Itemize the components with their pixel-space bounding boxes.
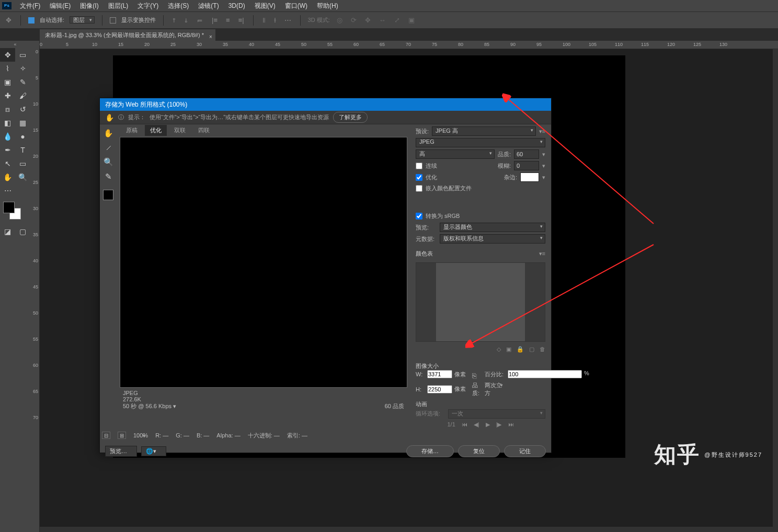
pen-tool-icon[interactable]: ✒ bbox=[0, 143, 15, 157]
heal-tool-icon[interactable]: ✚ bbox=[0, 89, 15, 102]
quality-slider-icon[interactable]: ▾ bbox=[542, 151, 545, 158]
menu-type[interactable]: 文字(Y) bbox=[133, 1, 163, 11]
format-dropdown[interactable]: JPEG bbox=[416, 138, 545, 147]
color-table-grid[interactable] bbox=[436, 263, 525, 341]
hand-icon[interactable]: ✋ bbox=[105, 113, 114, 122]
align-bottom-icon[interactable]: ⫭ bbox=[195, 16, 205, 24]
dialog-titlebar[interactable]: 存储为 Web 所用格式 (100%) bbox=[100, 98, 551, 111]
next-frame-icon[interactable]: |▶ bbox=[495, 421, 504, 429]
menu-file[interactable]: 文件(F) bbox=[16, 1, 44, 11]
menu-layer[interactable]: 图层(L) bbox=[104, 1, 133, 11]
metadata-dropdown[interactable]: 版权和联系信息 bbox=[440, 234, 545, 244]
menu-view[interactable]: 视图(V) bbox=[250, 1, 280, 11]
height-input[interactable] bbox=[427, 385, 452, 394]
stamp-tool-icon[interactable]: ⧈ bbox=[0, 102, 15, 116]
move-tool-icon[interactable]: ✥ bbox=[4, 16, 13, 24]
toolbox-collapse-icon[interactable]: « bbox=[0, 41, 30, 48]
pan-icon[interactable]: ✥ bbox=[363, 16, 372, 24]
menu-image[interactable]: 图像(I) bbox=[76, 1, 102, 11]
distribute-h-icon[interactable]: ⫲ bbox=[272, 16, 278, 25]
ct-lock-icon[interactable]: 🔒 bbox=[517, 346, 524, 353]
browser-preview-icon[interactable]: 🌐▾ bbox=[141, 446, 166, 456]
optimize-check[interactable] bbox=[416, 174, 422, 181]
matte-dropdown-icon[interactable]: ▾ bbox=[542, 174, 545, 181]
meta-time[interactable]: 50 秒 @ 56.6 Kbps ▾ bbox=[123, 402, 176, 410]
ct-new-icon[interactable]: ▢ bbox=[529, 346, 534, 353]
dodge-tool-icon[interactable]: ● bbox=[15, 130, 30, 143]
tab-4up[interactable]: 四联 bbox=[193, 125, 215, 136]
slice-tool-icon[interactable]: ⟋ bbox=[105, 143, 112, 152]
quickmask-icon[interactable]: ◪ bbox=[0, 225, 15, 238]
preview-button[interactable]: 预览… bbox=[105, 446, 137, 457]
zoom-tool-icon[interactable]: 🔍 bbox=[15, 170, 30, 184]
align-right-icon[interactable]: ≡| bbox=[237, 16, 246, 24]
ct-trash-icon[interactable]: 🗑 bbox=[540, 346, 545, 353]
srgb-check[interactable] bbox=[416, 213, 422, 219]
quality-input[interactable] bbox=[514, 149, 539, 159]
type-tool-icon[interactable]: T bbox=[15, 143, 30, 157]
align-vcenter-icon[interactable]: ⫰ bbox=[183, 16, 190, 24]
history-brush-icon[interactable]: ↺ bbox=[15, 102, 30, 116]
zoom-in-icon[interactable]: ⊞ bbox=[118, 432, 126, 439]
eraser-tool-icon[interactable]: ◧ bbox=[0, 116, 15, 130]
document-tab[interactable]: 未标题-1.jpg @ 33.3% (全网最详细最全面最系统的, RGB/8#)… bbox=[40, 29, 215, 41]
move-tool-icon[interactable]: ✥ bbox=[0, 48, 15, 62]
eyedropper-tool-icon[interactable]: ✎ bbox=[15, 75, 30, 89]
auto-select-check[interactable] bbox=[28, 17, 35, 24]
preview-image[interactable] bbox=[120, 137, 407, 388]
first-frame-icon[interactable]: ⏮ bbox=[460, 421, 469, 429]
preset-dropdown[interactable]: JPEG 高 bbox=[432, 126, 536, 136]
menu-edit[interactable]: 编辑(E) bbox=[45, 1, 75, 11]
learn-more-button[interactable]: 了解更多 bbox=[333, 112, 368, 123]
marquee-tool-icon[interactable]: ▭ bbox=[15, 48, 30, 62]
color-swatches[interactable] bbox=[0, 201, 30, 222]
preset-menu-icon[interactable]: ▾≡ bbox=[539, 128, 545, 135]
blur-slider-icon[interactable]: ▾ bbox=[542, 163, 545, 169]
zoom-tool-icon[interactable]: 🔍 bbox=[104, 157, 113, 167]
matte-swatch[interactable] bbox=[520, 172, 539, 182]
colortable-menu-icon[interactable]: ▾≡ bbox=[539, 250, 545, 257]
distribute-3-icon[interactable]: ⋯ bbox=[283, 16, 293, 24]
foreground-swatch[interactable] bbox=[3, 202, 15, 213]
menu-window[interactable]: 窗口(W) bbox=[281, 1, 312, 11]
wand-tool-icon[interactable]: ✧ bbox=[15, 62, 30, 75]
shape-tool-icon[interactable]: ▭ bbox=[15, 157, 30, 170]
percent-input[interactable] bbox=[508, 370, 582, 378]
hand-tool-icon[interactable]: ✋ bbox=[104, 129, 113, 138]
ct-shift-icon[interactable]: ▣ bbox=[506, 346, 511, 353]
sampled-color-swatch[interactable] bbox=[103, 190, 113, 200]
menu-filter[interactable]: 滤镜(T) bbox=[194, 1, 223, 11]
save-button[interactable]: 存储… bbox=[406, 445, 454, 457]
menu-help[interactable]: 帮助(H) bbox=[313, 1, 342, 11]
blur-input[interactable] bbox=[514, 161, 539, 170]
preview-dropdown[interactable]: 显示器颜色 bbox=[440, 223, 545, 232]
embed-profile-check[interactable] bbox=[416, 185, 422, 192]
menu-select[interactable]: 选择(S) bbox=[164, 1, 193, 11]
orbit-icon[interactable]: ◎ bbox=[335, 16, 344, 24]
show-transform-check[interactable] bbox=[110, 17, 116, 24]
remember-button[interactable]: 记住 bbox=[504, 445, 546, 457]
progressive-check[interactable] bbox=[416, 163, 422, 169]
align-top-icon[interactable]: ⫯ bbox=[171, 16, 178, 24]
align-hcenter-icon[interactable]: ≡ bbox=[224, 16, 232, 24]
last-frame-icon[interactable]: ⏭ bbox=[507, 421, 516, 429]
ct-diamond-icon[interactable]: ◇ bbox=[497, 346, 501, 353]
hand-tool-icon[interactable]: ✋ bbox=[0, 170, 15, 184]
quality-level-dropdown[interactable]: 高 bbox=[416, 149, 495, 159]
path-tool-icon[interactable]: ↖ bbox=[0, 157, 15, 170]
resample-dropdown[interactable]: 两次立方 bbox=[485, 382, 502, 396]
slide-icon[interactable]: ↔ bbox=[377, 16, 387, 24]
prev-frame-icon[interactable]: ◀| bbox=[472, 421, 481, 429]
zoom-icon[interactable]: ⤢ bbox=[393, 16, 402, 24]
lasso-tool-icon[interactable]: ⌇ bbox=[0, 62, 15, 75]
width-input[interactable] bbox=[427, 370, 452, 378]
crop-tool-icon[interactable]: ▣ bbox=[0, 75, 15, 89]
roll-icon[interactable]: ⟳ bbox=[349, 16, 358, 24]
align-left-icon[interactable]: |≡ bbox=[210, 16, 219, 24]
gradient-tool-icon[interactable]: ▦ bbox=[15, 116, 30, 130]
distribute-v-icon[interactable]: ⫴ bbox=[261, 16, 267, 25]
link-icon[interactable]: ⎘ bbox=[472, 372, 483, 380]
tab-original[interactable]: 原稿 bbox=[121, 125, 143, 136]
camera-icon[interactable]: ▣ bbox=[407, 16, 416, 24]
tab-optimized[interactable]: 优化 bbox=[145, 125, 167, 136]
